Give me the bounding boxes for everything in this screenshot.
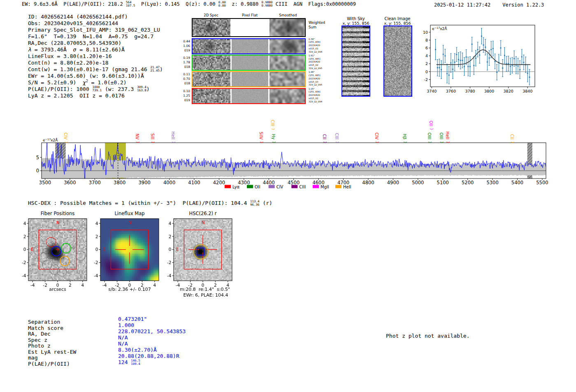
- svg-text:-4: -4: [30, 283, 35, 288]
- compass-north-label: N: [128, 220, 131, 225]
- compass-north-label: N: [56, 220, 59, 225]
- svg-text:-2: -2: [22, 260, 26, 265]
- smoothed-image: [269, 39, 305, 53]
- fiber-circle-gray: [65, 263, 74, 272]
- svg-text:4000: 4000: [163, 180, 175, 186]
- fiber-circle-gray: [34, 246, 43, 255]
- fiber-cutout-row: [192, 71, 306, 87]
- svg-text:2: 2: [69, 283, 72, 288]
- smoothed-image: [269, 89, 305, 103]
- weighted-sum-label: WeightedSum: [309, 21, 325, 29]
- stacked-fraction: 0.000.00: [218, 1, 226, 7]
- svg-text:4: 4: [169, 221, 172, 226]
- fiber-circle: [61, 244, 71, 253]
- svg-text:2: 2: [169, 234, 172, 239]
- info-line: F=1.6" T=0.139 N=1.04 A=0.75 g=24.7: [28, 33, 153, 39]
- match-row-value: 20.88(20.88,20.88)R: [118, 353, 179, 359]
- row-weights-label: 0.441.06019: [177, 39, 190, 53]
- row-fiber-info: 1.61"(155, 865)20230420v015_02319_LU_095: [309, 54, 322, 70]
- match-row-label: Spec z: [28, 337, 47, 343]
- compass-north-label: N: [202, 220, 204, 225]
- legend-label: MgII: [321, 185, 329, 189]
- match-row-value: 1.000: [118, 322, 134, 328]
- withsky-image-frame: [341, 26, 370, 97]
- emission-line-brace: {: [446, 141, 450, 144]
- emission-line-label: OII: [429, 121, 433, 126]
- stacked-fraction: 0.98800.9880: [262, 1, 273, 7]
- legend-swatch: [313, 185, 319, 188]
- fiber-circle: [51, 246, 61, 256]
- smoothed-image: [269, 72, 305, 86]
- fiber-circle: [60, 256, 70, 266]
- row-weights-label: 0.191.78018: [177, 56, 190, 69]
- svg-text:4400: 4400: [263, 180, 275, 186]
- clean-image: [384, 26, 411, 96]
- svg-text:4: 4: [425, 53, 428, 58]
- svg-text:4200: 4200: [213, 180, 225, 186]
- info-line: Obs: 20230420v015_4026562144: [28, 20, 118, 26]
- svg-text:3700: 3700: [89, 180, 101, 186]
- errorbar-series: [435, 28, 530, 85]
- lineflux-caption: s/b: 2.36 +/- 0.107: [108, 287, 151, 292]
- svg-text:-2: -2: [94, 260, 98, 265]
- col-title-2dspec: 2D Spec: [204, 13, 218, 17]
- svg-text:4100: 4100: [188, 180, 200, 186]
- pixelflat-image: [232, 72, 268, 86]
- svg-text:8: 8: [425, 38, 428, 42]
- svg-text:4: 4: [81, 283, 84, 288]
- svg-text:3740: 3740: [427, 89, 437, 93]
- info-line: S/N = 5.2(±0.9) χ2 = 1.0(±0.2): [28, 79, 127, 86]
- withsky-title: With Sky: [347, 16, 365, 21]
- svg-text:3600: 3600: [64, 180, 76, 186]
- emission-line-label: OIII: [427, 132, 432, 139]
- hsc-match-summary: HSC-DEX : Possible Matches = 1 (within +…: [28, 200, 272, 206]
- svg-text:e−17x2Å: e−17x2Å: [43, 138, 58, 142]
- svg-text:5300: 5300: [486, 180, 498, 186]
- svg-text:4900: 4900: [387, 180, 399, 186]
- compass-east-label: E: [176, 247, 179, 252]
- match-row-label: Photo z: [28, 343, 51, 349]
- full-spectrum-plot: 3500360037003800390040004100420043004400…: [35, 105, 547, 192]
- emission-line-brace: {: [172, 141, 176, 144]
- info-line: Cont(n) = 8.80(±2.20)e-18: [28, 60, 109, 66]
- svg-text:-4: -4: [167, 273, 172, 278]
- svg-text:2: 2: [95, 234, 98, 239]
- svg-text:-2: -2: [167, 260, 171, 265]
- svg-text:5200: 5200: [462, 180, 474, 186]
- svg-text:4300: 4300: [238, 180, 250, 186]
- clean-coords: x, y: 155, 856: [384, 21, 411, 26]
- row-fiber-info: 1.05"(155, 856)20230420v015_02319_LU_094: [309, 88, 322, 104]
- line-fit-plot: 374037603780380038203840-20246810e−17x2Å: [426, 19, 545, 95]
- emission-line-brace: {: [440, 141, 444, 144]
- spec2d-image: [193, 19, 230, 36]
- legend-label: HeII: [343, 185, 351, 189]
- svg-text:0: 0: [425, 70, 428, 74]
- emission-line-brace: {: [430, 128, 434, 130]
- svg-text:4: 4: [23, 221, 26, 226]
- row-fiber-info: 1.86"(155, 865)20230420v015_03319_LU_095: [309, 71, 322, 87]
- legend-swatch: [335, 185, 341, 188]
- match-row-value: 8.30(±2.70)Å: [118, 347, 157, 353]
- info-line: EWr = 14.00(±5.60) (w: 9.60(±3.10))Å: [28, 73, 144, 79]
- emission-line-brace: {: [511, 141, 515, 144]
- emission-line-brace: {: [323, 141, 327, 144]
- crosshair: [188, 235, 217, 264]
- legend-swatch: [247, 185, 253, 188]
- stacked-fraction: 309.4163.8: [137, 86, 146, 92]
- emission-line-label: NV: [135, 134, 139, 139]
- svg-text:3840: 3840: [523, 89, 532, 93]
- info-line: Cont(w) = 1.30(±0.01)e-17 (gmag 21.46 21…: [28, 66, 163, 73]
- col-title-pixelflat: Pixel Flat: [242, 13, 258, 17]
- compass-east-label: E: [31, 247, 33, 252]
- pixelflat-image: [232, 39, 268, 53]
- match-row-value: 124 146.5109.4: [118, 359, 140, 366]
- header-summary-line: EW: 9.6±3.6Å P(LAE)/P(OII): 218.2 564107…: [22, 1, 356, 8]
- svg-text:10: 10: [423, 30, 428, 35]
- legend-label: Lyα: [232, 185, 240, 189]
- info-line: RA,Dec (228.070053,50.543930): [28, 40, 121, 46]
- info-line: λ = 3793.46Å σ = 8.11(±2.66)Å: [28, 46, 125, 53]
- info-line: LineFlux = 3.80(±1.20)e-16: [28, 53, 112, 59]
- smoothed-image: [269, 56, 305, 70]
- match-row-label: Match score: [28, 325, 63, 331]
- svg-text:-4: -4: [94, 273, 98, 278]
